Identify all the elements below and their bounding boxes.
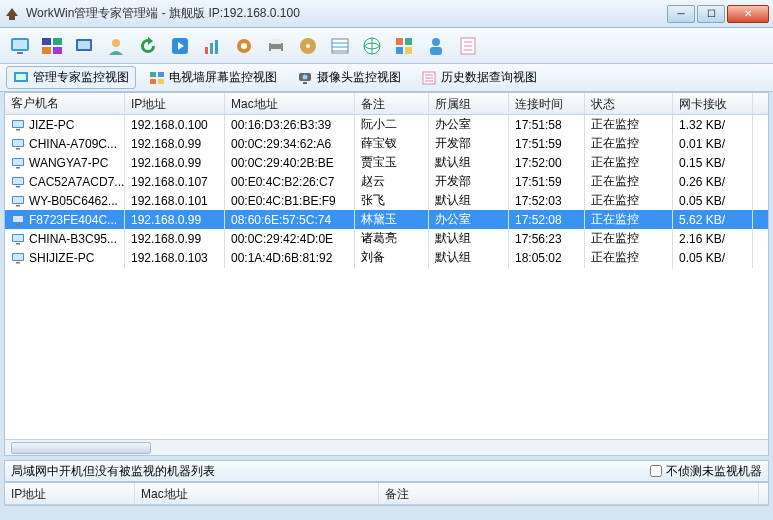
cell: 0.05 KB/ — [673, 248, 753, 268]
minimize-button[interactable]: ─ — [667, 5, 695, 23]
cell: WANGYA7-PC — [5, 153, 125, 173]
bottom-panel: 局域网中开机但没有被监视的机器列表 不侦测未监视机器 IP地址Mac地址备注 — [4, 460, 769, 506]
cell: 0.01 KB/ — [673, 134, 753, 154]
tab-label: 管理专家监控视图 — [33, 69, 129, 86]
svg-rect-6 — [53, 47, 62, 54]
cell: 00:0C:29:34:62:A6 — [225, 134, 355, 154]
no-detect-checkbox-input[interactable] — [650, 465, 662, 477]
cell: 18:05:02 — [509, 248, 585, 268]
svg-rect-54 — [13, 140, 23, 146]
svg-rect-64 — [16, 205, 20, 207]
column-header[interactable]: 所属组 — [429, 93, 509, 114]
tab-icon — [297, 70, 313, 86]
table-header: 客户机名IP地址Mac地址备注所属组连接时间状态网卡接收 — [5, 93, 768, 115]
cell: 正在监控 — [585, 246, 673, 269]
pc-icon — [11, 233, 25, 245]
titlebar: WorkWin管理专家管理端 - 旗舰版 IP:192.168.0.100 ─ … — [0, 0, 773, 28]
bottom-column-header[interactable]: IP地址 — [5, 483, 135, 504]
toolbar-globe-icon[interactable] — [358, 32, 386, 60]
column-header[interactable]: 连接时间 — [509, 93, 585, 114]
column-header[interactable]: 备注 — [355, 93, 429, 114]
svg-rect-29 — [396, 47, 403, 54]
svg-rect-39 — [150, 72, 156, 77]
svg-rect-72 — [13, 254, 23, 260]
toolbar-person-icon[interactable] — [422, 32, 450, 60]
svg-rect-51 — [13, 121, 23, 127]
toolbar-disk-icon[interactable] — [294, 32, 322, 60]
toolbar-screens-icon[interactable] — [38, 32, 66, 60]
cell: 00:E0:4C:B1:BE:F9 — [225, 191, 355, 211]
scrollbar-thumb[interactable] — [11, 442, 151, 454]
column-header[interactable]: 客户机名 — [5, 93, 125, 114]
svg-rect-27 — [396, 38, 403, 45]
svg-point-15 — [241, 43, 247, 49]
tab-icon — [421, 70, 437, 86]
toolbar-user-icon[interactable] — [102, 32, 130, 60]
no-detect-checkbox[interactable]: 不侦测未监视机器 — [650, 463, 762, 480]
window-title: WorkWin管理专家管理端 - 旗舰版 IP:192.168.0.100 — [26, 5, 667, 22]
svg-rect-52 — [16, 129, 20, 131]
svg-rect-57 — [13, 159, 23, 165]
toolbar-apps-icon[interactable] — [390, 32, 418, 60]
bottom-table-header: IP地址Mac地址备注 — [5, 483, 768, 505]
svg-rect-73 — [16, 262, 20, 264]
view-tab-1[interactable]: 电视墙屏幕监控视图 — [142, 66, 284, 89]
view-tab-3[interactable]: 历史数据查询视图 — [414, 66, 544, 89]
column-header[interactable]: IP地址 — [125, 93, 225, 114]
toolbar-print-icon[interactable] — [262, 32, 290, 60]
svg-rect-2 — [17, 52, 23, 54]
svg-rect-41 — [150, 79, 156, 84]
cell: 00:16:D3:26:B3:39 — [225, 115, 355, 135]
tab-label: 摄像头监控视图 — [317, 69, 401, 86]
cell: 17:51:59 — [509, 172, 585, 192]
view-tabs: 管理专家监控视图电视墙屏幕监控视图摄像头监控视图历史数据查询视图 — [0, 64, 773, 92]
maximize-button[interactable]: ☐ — [697, 5, 725, 23]
svg-point-44 — [303, 74, 308, 79]
cell: 192.168.0.107 — [125, 172, 225, 192]
table-row[interactable]: SHIJIZE-PC192.168.0.10300:1A:4D:6B:81:92… — [5, 248, 768, 267]
view-tab-0[interactable]: 管理专家监控视图 — [6, 66, 136, 89]
cell: CHINA-A709C... — [5, 134, 125, 154]
toolbar-chart-icon[interactable] — [198, 32, 226, 60]
bottom-column-header[interactable]: 备注 — [379, 483, 759, 504]
svg-rect-38 — [16, 74, 26, 80]
no-detect-checkbox-label: 不侦测未监视机器 — [666, 463, 762, 480]
cell: 0.15 KB/ — [673, 153, 753, 173]
pc-icon — [11, 252, 25, 264]
cell: 2.16 KB/ — [673, 229, 753, 249]
toolbar-settings-icon[interactable] — [230, 32, 258, 60]
toolbar-monitor-icon[interactable] — [6, 32, 34, 60]
column-header[interactable]: Mac地址 — [225, 93, 355, 114]
column-header[interactable]: 状态 — [585, 93, 673, 114]
cell: 17:52:03 — [509, 191, 585, 211]
toolbar-play-icon[interactable] — [166, 32, 194, 60]
cell: 刘备 — [355, 246, 429, 269]
cell: 17:51:58 — [509, 115, 585, 135]
cell: 192.168.0.99 — [125, 210, 225, 230]
svg-point-31 — [432, 38, 440, 46]
svg-point-20 — [306, 44, 310, 48]
bottom-column-header[interactable]: Mac地址 — [135, 483, 379, 504]
cell: 17:52:08 — [509, 210, 585, 230]
toolbar-refresh-icon[interactable] — [134, 32, 162, 60]
svg-rect-1 — [13, 40, 27, 49]
column-header[interactable]: 网卡接收 — [673, 93, 753, 114]
horizontal-scrollbar[interactable] — [5, 439, 768, 455]
toolbar-single-icon[interactable] — [70, 32, 98, 60]
view-tab-2[interactable]: 摄像头监控视图 — [290, 66, 408, 89]
svg-rect-69 — [13, 235, 23, 241]
toolbar-list-icon[interactable] — [326, 32, 354, 60]
svg-rect-58 — [16, 167, 20, 169]
pc-icon — [11, 119, 25, 131]
cell: 08:60:6E:57:5C:74 — [225, 210, 355, 230]
cell: CHINA-B3C95... — [5, 229, 125, 249]
cell: JIZE-PC — [5, 115, 125, 135]
table-body: JIZE-PC192.168.0.10000:16:D3:26:B3:39阮小二… — [5, 115, 768, 439]
close-button[interactable]: ✕ — [727, 5, 769, 23]
cell: CAC52A7ACD7... — [5, 172, 125, 192]
svg-rect-5 — [42, 47, 51, 54]
toolbar-note-icon[interactable] — [454, 32, 482, 60]
pc-icon — [11, 195, 25, 207]
svg-rect-30 — [405, 47, 412, 54]
svg-rect-32 — [430, 47, 442, 55]
